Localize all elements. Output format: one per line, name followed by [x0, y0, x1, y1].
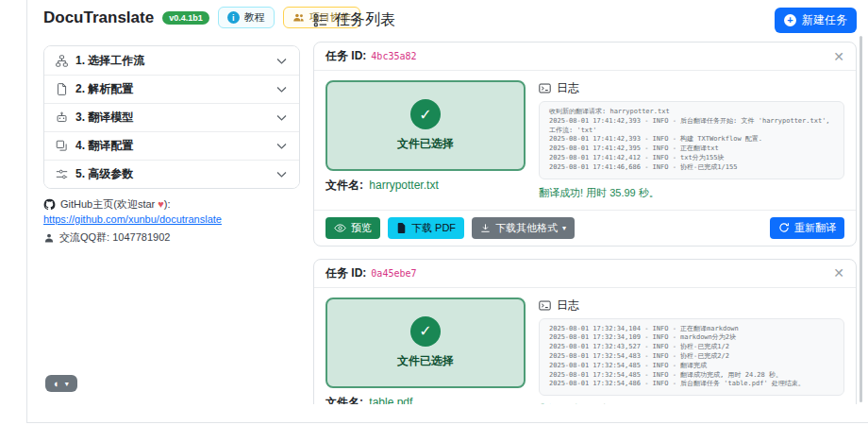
chevron-down-icon	[275, 140, 288, 152]
download-other-button-label: 下载其他格式	[495, 221, 558, 235]
tutorial-button-label: 教程	[244, 10, 265, 25]
sidebar-item-workflow[interactable]: 1. 选择工作流	[44, 46, 299, 75]
task-id-label: 任务 ID:	[326, 48, 366, 64]
task-card-header: 任务 ID: 4bc35a82 ✕	[314, 42, 856, 71]
translate-icon	[56, 140, 68, 152]
log-line: 2025-08-01 17:41:46,686 - INFO - 协程-已完成1…	[549, 163, 834, 173]
footer-links: GitHub主页(欢迎star ♥): https://github.com/x…	[43, 197, 222, 246]
page-title-label: 任务列表	[335, 10, 395, 30]
github-icon	[43, 198, 56, 211]
sliders-icon	[56, 168, 68, 180]
file-drop-zone[interactable]: ✓ 文件已选择	[326, 80, 526, 171]
workflow-accordion: 1. 选择工作流 2. 解析配置 3. 翻译模型	[43, 45, 300, 189]
file-name-row: 文件名: harrypotter.txt	[326, 178, 526, 194]
log-line: 2025-08-01 17:41:42,412 - INFO - txt分为15…	[549, 154, 834, 163]
log-line: 2025-08-01 17:32:54,485 - INFO - 翻译成功完成,…	[549, 371, 834, 381]
log-column: 日志 2025-08-01 17:32:34,104 - INFO - 正在翻译…	[539, 298, 844, 404]
list-icon	[313, 13, 327, 27]
log-line: 2025-08-01 17:41:42,393 - INFO - 构建 TXTW…	[549, 135, 834, 144]
sidebar-item-advanced-params[interactable]: 5. 高级参数	[44, 160, 299, 188]
tutorial-button[interactable]: i 教程	[218, 7, 275, 28]
log-line: 2025-08-01 17:32:54,486 - INFO - 后台翻译任务 …	[549, 380, 834, 389]
file-name-value: table.pdf	[369, 396, 412, 404]
file-icon	[56, 83, 68, 95]
people-icon	[292, 11, 305, 24]
sidebar: 1. 选择工作流 2. 解析配置 3. 翻译模型	[43, 45, 300, 189]
workflow-icon	[56, 55, 68, 67]
new-task-button[interactable]: + 新建任务	[775, 8, 857, 33]
download-pdf-button[interactable]: 下载 PDF	[388, 217, 464, 239]
task-card: 任务 ID: 0a45ebe7 ✕ ✓ 文件已选择 文件名: table.pdf	[313, 259, 857, 404]
task-id-value: 0a45ebe7	[371, 268, 416, 279]
theme-toggle-button[interactable]: ◐ ▾	[45, 375, 77, 392]
terminal-icon	[539, 299, 551, 312]
close-icon[interactable]: ✕	[833, 50, 844, 63]
file-column: ✓ 文件已选择 文件名: table.pdf	[326, 298, 526, 404]
log-title: 日志	[557, 298, 579, 314]
retranslate-button-label: 重新翻译	[794, 221, 836, 235]
task-list-header: 任务列表 + 新建任务	[313, 0, 857, 42]
log-header: 日志	[539, 80, 844, 96]
log-line: 2025-08-01 17:32:34,109 - INFO - markdow…	[549, 333, 834, 343]
log-output: 收到新的翻译请求: harrypotter.txt 2025-08-01 17:…	[539, 101, 844, 179]
log-line: 2025-08-01 17:32:43,527 - INFO - 协程-已完成1…	[549, 343, 834, 352]
check-icon: ✓	[410, 316, 441, 347]
sidebar-item-translate-config[interactable]: 4. 翻译配置	[44, 131, 299, 160]
preview-button[interactable]: 预览	[326, 217, 380, 239]
app-title: DocuTranslate	[43, 8, 154, 27]
log-header: 日志	[539, 298, 844, 314]
caret-down-icon: ▾	[562, 224, 566, 232]
file-status-label: 文件已选择	[397, 136, 454, 152]
file-drop-zone[interactable]: ✓ 文件已选择	[326, 298, 526, 388]
file-pdf-icon	[396, 223, 407, 233]
refresh-icon	[778, 222, 790, 233]
page-title: 任务列表	[313, 10, 395, 30]
download-other-button[interactable]: 下载其他格式 ▾	[472, 217, 575, 239]
retranslate-button[interactable]: 重新翻译	[770, 217, 844, 239]
sidebar-item-label: 1. 选择工作流	[75, 53, 268, 69]
sidebar-item-parse-config[interactable]: 2. 解析配置	[44, 75, 299, 103]
task-card-body: ✓ 文件已选择 文件名: harrypotter.txt 日志 收到新的翻译请求…	[314, 71, 856, 210]
log-line: 2025-08-01 17:32:34,104 - INFO - 正在翻译mar…	[549, 325, 834, 334]
qq-group-label: 交流QQ群: 1047781902	[59, 230, 170, 246]
file-status-label: 文件已选择	[397, 353, 454, 369]
theme-contrast-icon: ◐	[54, 378, 60, 389]
download-pdf-button-label: 下载 PDF	[411, 221, 456, 235]
window-frame-left	[26, 0, 27, 423]
chevron-down-icon	[275, 83, 288, 95]
task-id-value: 4bc35a82	[371, 51, 416, 61]
task-card-body: ✓ 文件已选择 文件名: table.pdf 日志 2025-08-01 17:…	[314, 288, 856, 404]
log-line: 2025-08-01 17:32:54,483 - INFO - 协程-已完成2…	[549, 352, 834, 362]
log-title: 日志	[557, 80, 579, 96]
result-message: 翻译成功! 用时 24.28 秒。	[539, 402, 844, 404]
sidebar-item-label: 5. 高级参数	[75, 166, 268, 182]
task-card-header: 任务 ID: 0a45ebe7 ✕	[314, 260, 856, 288]
new-task-button-label: 新建任务	[802, 12, 847, 28]
file-name-label: 文件名:	[326, 396, 363, 404]
close-icon[interactable]: ✕	[833, 266, 844, 280]
sidebar-item-translate-model[interactable]: 3. 翻译模型	[44, 103, 299, 131]
chevron-down-icon	[275, 55, 288, 67]
github-link[interactable]: https://github.com/xunbu/docutranslate	[43, 213, 222, 225]
result-message: 翻译成功! 用时 35.99 秒。	[539, 186, 844, 200]
task-id-label: 任务 ID:	[326, 265, 366, 281]
terminal-icon	[539, 82, 551, 94]
task-card: 任务 ID: 4bc35a82 ✕ ✓ 文件已选择 文件名: harrypott…	[313, 42, 857, 246]
task-list-panel: 任务列表 + 新建任务 任务 ID: 4bc35a82 ✕ ✓ 文件已选择 文件…	[313, 0, 857, 404]
sidebar-item-label: 2. 解析配置	[75, 81, 268, 97]
file-name-label: 文件名:	[326, 178, 363, 192]
file-name-row: 文件名: table.pdf	[326, 395, 526, 404]
preview-button-label: 预览	[351, 221, 372, 235]
task-card-footer: 预览 下载 PDF 下载其他格式 ▾ 重新翻译	[314, 210, 856, 246]
window-frame-bottom	[26, 422, 868, 423]
file-column: ✓ 文件已选择 文件名: harrypotter.txt	[326, 80, 526, 200]
log-line: 收到新的翻译请求: harrypotter.txt	[549, 108, 834, 117]
scrollbar[interactable]	[860, 36, 862, 402]
log-line: 2025-08-01 17:41:42,395 - INFO - 正在翻译txt	[549, 144, 834, 154]
chevron-down-icon	[275, 168, 288, 180]
eye-icon	[334, 222, 346, 234]
sidebar-item-label: 3. 翻译模型	[75, 110, 268, 126]
sidebar-item-label: 4. 翻译配置	[75, 138, 268, 154]
log-column: 日志 收到新的翻译请求: harrypotter.txt 2025-08-01 …	[539, 80, 844, 200]
qq-group-line: 交流QQ群: 1047781902	[43, 230, 222, 246]
